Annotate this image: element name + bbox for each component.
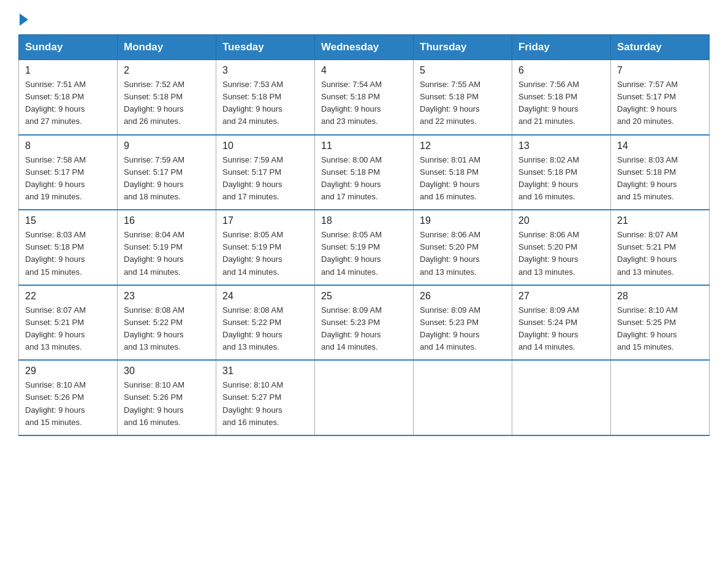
calendar-cell: 12Sunrise: 8:01 AMSunset: 5:18 PMDayligh… bbox=[414, 135, 512, 210]
calendar-cell: 28Sunrise: 8:10 AMSunset: 5:25 PMDayligh… bbox=[611, 285, 710, 361]
day-number: 5 bbox=[420, 65, 506, 76]
weekday-header-wednesday: Wednesday bbox=[315, 35, 414, 60]
day-info: Sunrise: 7:59 AMSunset: 5:17 PMDaylight:… bbox=[222, 154, 308, 204]
day-number: 22 bbox=[25, 291, 111, 302]
day-info: Sunrise: 8:01 AMSunset: 5:18 PMDaylight:… bbox=[420, 154, 506, 204]
day-info: Sunrise: 8:05 AMSunset: 5:19 PMDaylight:… bbox=[321, 229, 407, 278]
calendar-cell: 5Sunrise: 7:55 AMSunset: 5:18 PMDaylight… bbox=[414, 60, 512, 135]
calendar-cell: 22Sunrise: 8:07 AMSunset: 5:21 PMDayligh… bbox=[19, 285, 118, 361]
calendar-cell: 21Sunrise: 8:07 AMSunset: 5:21 PMDayligh… bbox=[611, 210, 710, 285]
calendar-cell: 20Sunrise: 8:06 AMSunset: 5:20 PMDayligh… bbox=[512, 210, 611, 285]
day-number: 30 bbox=[124, 366, 210, 377]
day-number: 23 bbox=[124, 291, 210, 302]
day-number: 3 bbox=[222, 65, 308, 76]
calendar-cell: 26Sunrise: 8:09 AMSunset: 5:23 PMDayligh… bbox=[414, 285, 512, 361]
weekday-header-friday: Friday bbox=[512, 35, 611, 60]
day-info: Sunrise: 8:09 AMSunset: 5:24 PMDaylight:… bbox=[518, 304, 604, 354]
weekday-header-sunday: Sunday bbox=[19, 35, 118, 60]
day-number: 12 bbox=[420, 140, 506, 151]
day-number: 14 bbox=[617, 140, 703, 151]
day-info: Sunrise: 8:04 AMSunset: 5:19 PMDaylight:… bbox=[124, 229, 210, 278]
calendar-cell: 18Sunrise: 8:05 AMSunset: 5:19 PMDayligh… bbox=[315, 210, 414, 285]
calendar-week-row: 8Sunrise: 7:58 AMSunset: 5:17 PMDaylight… bbox=[19, 135, 710, 210]
day-info: Sunrise: 8:03 AMSunset: 5:18 PMDaylight:… bbox=[25, 229, 111, 278]
day-info: Sunrise: 8:09 AMSunset: 5:23 PMDaylight:… bbox=[321, 304, 407, 354]
day-number: 9 bbox=[124, 140, 210, 151]
calendar-cell bbox=[414, 360, 512, 435]
day-info: Sunrise: 8:03 AMSunset: 5:18 PMDaylight:… bbox=[617, 154, 703, 204]
day-info: Sunrise: 8:06 AMSunset: 5:20 PMDaylight:… bbox=[518, 229, 604, 278]
day-info: Sunrise: 7:56 AMSunset: 5:18 PMDaylight:… bbox=[518, 79, 604, 128]
logo bbox=[18, 12, 28, 23]
calendar-week-row: 22Sunrise: 8:07 AMSunset: 5:21 PMDayligh… bbox=[19, 285, 710, 361]
day-number: 15 bbox=[25, 215, 111, 226]
calendar-cell: 14Sunrise: 8:03 AMSunset: 5:18 PMDayligh… bbox=[611, 135, 710, 210]
day-info: Sunrise: 8:00 AMSunset: 5:18 PMDaylight:… bbox=[321, 154, 407, 204]
calendar-cell: 16Sunrise: 8:04 AMSunset: 5:19 PMDayligh… bbox=[118, 210, 216, 285]
calendar-header-row: SundayMondayTuesdayWednesdayThursdayFrid… bbox=[19, 35, 710, 60]
calendar-week-row: 29Sunrise: 8:10 AMSunset: 5:26 PMDayligh… bbox=[19, 360, 710, 435]
day-number: 8 bbox=[25, 140, 111, 151]
calendar-cell: 10Sunrise: 7:59 AMSunset: 5:17 PMDayligh… bbox=[216, 135, 315, 210]
day-number: 31 bbox=[222, 366, 308, 377]
calendar-cell: 17Sunrise: 8:05 AMSunset: 5:19 PMDayligh… bbox=[216, 210, 315, 285]
calendar-cell: 4Sunrise: 7:54 AMSunset: 5:18 PMDaylight… bbox=[315, 60, 414, 135]
day-number: 11 bbox=[321, 140, 407, 151]
day-number: 13 bbox=[518, 140, 604, 151]
day-number: 24 bbox=[222, 291, 308, 302]
calendar-cell: 11Sunrise: 8:00 AMSunset: 5:18 PMDayligh… bbox=[315, 135, 414, 210]
day-info: Sunrise: 7:59 AMSunset: 5:17 PMDaylight:… bbox=[124, 154, 210, 204]
day-info: Sunrise: 7:58 AMSunset: 5:17 PMDaylight:… bbox=[25, 154, 111, 204]
calendar-cell: 29Sunrise: 8:10 AMSunset: 5:26 PMDayligh… bbox=[19, 360, 118, 435]
day-number: 17 bbox=[222, 215, 308, 226]
day-number: 2 bbox=[124, 65, 210, 76]
calendar-cell bbox=[611, 360, 710, 435]
day-number: 16 bbox=[124, 215, 210, 226]
day-info: Sunrise: 8:02 AMSunset: 5:18 PMDaylight:… bbox=[518, 154, 604, 204]
calendar-cell: 24Sunrise: 8:08 AMSunset: 5:22 PMDayligh… bbox=[216, 285, 315, 361]
calendar-cell: 25Sunrise: 8:09 AMSunset: 5:23 PMDayligh… bbox=[315, 285, 414, 361]
calendar-cell: 1Sunrise: 7:51 AMSunset: 5:18 PMDaylight… bbox=[19, 60, 118, 135]
calendar-cell bbox=[315, 360, 414, 435]
calendar-cell: 30Sunrise: 8:10 AMSunset: 5:26 PMDayligh… bbox=[118, 360, 216, 435]
day-info: Sunrise: 8:09 AMSunset: 5:23 PMDaylight:… bbox=[420, 304, 506, 354]
day-info: Sunrise: 8:08 AMSunset: 5:22 PMDaylight:… bbox=[222, 304, 308, 354]
calendar-table: SundayMondayTuesdayWednesdayThursdayFrid… bbox=[18, 34, 710, 436]
calendar-cell: 3Sunrise: 7:53 AMSunset: 5:18 PMDaylight… bbox=[216, 60, 315, 135]
day-info: Sunrise: 7:57 AMSunset: 5:17 PMDaylight:… bbox=[617, 79, 703, 128]
calendar-cell: 27Sunrise: 8:09 AMSunset: 5:24 PMDayligh… bbox=[512, 285, 611, 361]
calendar-cell: 9Sunrise: 7:59 AMSunset: 5:17 PMDaylight… bbox=[118, 135, 216, 210]
day-info: Sunrise: 8:10 AMSunset: 5:26 PMDaylight:… bbox=[25, 379, 111, 429]
weekday-header-monday: Monday bbox=[118, 35, 216, 60]
calendar-cell: 8Sunrise: 7:58 AMSunset: 5:17 PMDaylight… bbox=[19, 135, 118, 210]
calendar-cell: 23Sunrise: 8:08 AMSunset: 5:22 PMDayligh… bbox=[118, 285, 216, 361]
weekday-header-tuesday: Tuesday bbox=[216, 35, 315, 60]
day-number: 20 bbox=[518, 215, 604, 226]
day-info: Sunrise: 8:10 AMSunset: 5:25 PMDaylight:… bbox=[617, 304, 703, 354]
logo-arrow-icon bbox=[20, 13, 28, 26]
calendar-week-row: 15Sunrise: 8:03 AMSunset: 5:18 PMDayligh… bbox=[19, 210, 710, 285]
day-info: Sunrise: 7:53 AMSunset: 5:18 PMDaylight:… bbox=[222, 79, 308, 128]
day-number: 21 bbox=[617, 215, 703, 226]
weekday-header-saturday: Saturday bbox=[611, 35, 710, 60]
day-number: 6 bbox=[518, 65, 604, 76]
day-number: 26 bbox=[420, 291, 506, 302]
day-number: 25 bbox=[321, 291, 407, 302]
calendar-cell: 6Sunrise: 7:56 AMSunset: 5:18 PMDaylight… bbox=[512, 60, 611, 135]
calendar-cell: 19Sunrise: 8:06 AMSunset: 5:20 PMDayligh… bbox=[414, 210, 512, 285]
day-info: Sunrise: 7:52 AMSunset: 5:18 PMDaylight:… bbox=[124, 79, 210, 128]
day-info: Sunrise: 7:54 AMSunset: 5:18 PMDaylight:… bbox=[321, 79, 407, 128]
calendar-cell: 2Sunrise: 7:52 AMSunset: 5:18 PMDaylight… bbox=[118, 60, 216, 135]
calendar-cell bbox=[512, 360, 611, 435]
day-number: 4 bbox=[321, 65, 407, 76]
calendar-cell: 15Sunrise: 8:03 AMSunset: 5:18 PMDayligh… bbox=[19, 210, 118, 285]
day-info: Sunrise: 8:07 AMSunset: 5:21 PMDaylight:… bbox=[25, 304, 111, 354]
day-info: Sunrise: 7:55 AMSunset: 5:18 PMDaylight:… bbox=[420, 79, 506, 128]
day-info: Sunrise: 8:07 AMSunset: 5:21 PMDaylight:… bbox=[617, 229, 703, 278]
day-number: 19 bbox=[420, 215, 506, 226]
day-number: 1 bbox=[25, 65, 111, 76]
day-number: 28 bbox=[617, 291, 703, 302]
calendar-cell: 31Sunrise: 8:10 AMSunset: 5:27 PMDayligh… bbox=[216, 360, 315, 435]
weekday-header-thursday: Thursday bbox=[414, 35, 512, 60]
day-info: Sunrise: 8:06 AMSunset: 5:20 PMDaylight:… bbox=[420, 229, 506, 278]
